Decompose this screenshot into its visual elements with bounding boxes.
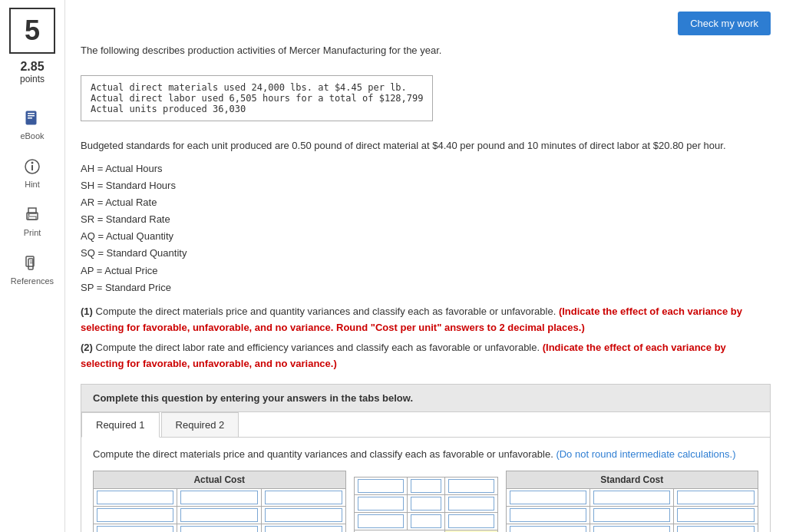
standard-cost-header: Standard Cost	[506, 471, 758, 489]
complete-bar: Complete this question by entering your …	[81, 385, 770, 412]
print-label: Print	[24, 228, 41, 237]
sidebar-item-ebook[interactable]: eBook	[0, 100, 64, 148]
sidebar-item-print[interactable]: Print	[0, 197, 64, 245]
hint-icon	[21, 156, 43, 177]
mid-r2-c2[interactable]	[411, 497, 441, 511]
print-icon	[21, 204, 43, 226]
middle-header-1	[354, 471, 407, 477]
sidebar-item-hint[interactable]: Hint	[0, 148, 64, 197]
question-container: Complete this question by entering your …	[81, 384, 771, 532]
hint-label: Hint	[25, 180, 40, 189]
question-number: 5	[9, 8, 55, 54]
mid-r1-c2[interactable]	[411, 479, 441, 493]
std-row-3	[506, 524, 758, 532]
middle-table	[354, 471, 498, 532]
actual-r2-c2[interactable]	[180, 508, 257, 522]
std-r1-c2[interactable]	[593, 491, 670, 504]
actual-cost-table: Actual Cost	[93, 471, 346, 532]
sidebar-item-references[interactable]: References	[0, 245, 64, 293]
references-icon	[21, 253, 43, 274]
ebook-label: eBook	[20, 131, 44, 140]
standard-cost-section: Standard Cost	[506, 471, 759, 532]
tabs-bar: Required 1 Required 2	[81, 412, 770, 438]
check-my-work-button[interactable]: Check my work	[678, 12, 771, 35]
abbrev-sq: SQ = Standard Quantity	[81, 245, 771, 262]
actual-r3-c3[interactable]	[265, 526, 342, 532]
instruction-2: (2) Compute the direct labor rate and ef…	[81, 340, 771, 372]
svg-point-5	[31, 162, 34, 164]
actual-r1-c3[interactable]	[265, 491, 342, 504]
info-line-1: Actual direct materials used 24,000 lbs.…	[91, 82, 423, 93]
actual-r3-c2[interactable]	[180, 526, 257, 532]
tab-required1[interactable]: Required 1	[81, 412, 160, 438]
abbrev-sp: SP = Standard Price	[81, 279, 771, 296]
problem-intro: The following describes production activ…	[81, 43, 771, 58]
points-display: 2.85 points	[20, 60, 45, 84]
middle-header-3	[444, 471, 497, 477]
abbreviations: AH = Actual Hours SH = Standard Hours AR…	[81, 160, 771, 296]
mid-r1-c1[interactable]	[358, 479, 404, 493]
std-r2-c2[interactable]	[593, 508, 670, 522]
actual-row-1	[94, 489, 346, 507]
middle-row-1	[354, 477, 497, 495]
actual-row-2	[94, 507, 346, 524]
book-icon	[21, 107, 43, 129]
info-box: Actual direct materials used 24,000 lbs.…	[81, 75, 433, 121]
main-content: Check my work The following describes pr…	[65, 0, 786, 532]
middle-header-2	[407, 471, 444, 477]
actual-r1-c1[interactable]	[97, 491, 173, 504]
svg-rect-3	[28, 117, 32, 119]
mid-r1-c3[interactable]	[448, 479, 494, 493]
info-line-2: Actual direct labor used 6,505 hours for…	[91, 93, 423, 104]
svg-rect-12	[28, 259, 33, 269]
svg-rect-1	[28, 113, 35, 114]
middle-row-2	[354, 495, 497, 513]
actual-r2-c1[interactable]	[97, 508, 173, 522]
abbrev-aq: AQ = Actual Quantity	[81, 228, 771, 245]
info-line-3: Actual units produced 36,030	[91, 104, 423, 114]
actual-r3-c1[interactable]	[97, 526, 173, 532]
actual-r2-c3[interactable]	[265, 508, 342, 522]
mid-r3-c3[interactable]	[448, 514, 494, 528]
tables-row: Actual Cost	[93, 471, 758, 532]
actual-r1-c2[interactable]	[180, 491, 257, 504]
std-r3-c1[interactable]	[510, 526, 586, 532]
abbrev-sr: SR = Standard Rate	[81, 211, 771, 228]
instruction-1: (1) Compute the direct materials price a…	[81, 304, 771, 336]
std-r2-c3[interactable]	[677, 508, 755, 522]
instructions: (1) Compute the direct materials price a…	[81, 304, 771, 372]
std-r3-c3[interactable]	[677, 526, 755, 532]
std-r3-c2[interactable]	[593, 526, 670, 532]
svg-point-10	[28, 214, 30, 216]
budgeted-text: Budgeted standards for each unit produce…	[81, 138, 771, 154]
actual-cost-header: Actual Cost	[94, 471, 346, 489]
mid-r3-c1[interactable]	[358, 514, 404, 528]
actual-row-3	[94, 524, 346, 532]
top-bar: Check my work	[81, 12, 771, 35]
tab-required2[interactable]: Required 2	[161, 412, 239, 437]
svg-rect-2	[28, 115, 35, 117]
tab1-content: Compute the direct materials price and q…	[81, 438, 770, 532]
tab-description: Compute the direct materials price and q…	[93, 447, 758, 462]
abbrev-ah: AH = Actual Hours	[81, 160, 771, 177]
middle-section	[354, 471, 498, 532]
actual-cost-section: Actual Cost	[93, 471, 346, 532]
sidebar: 5 2.85 points eBook	[0, 0, 65, 532]
middle-row-3	[354, 513, 497, 530]
std-r1-c3[interactable]	[677, 491, 755, 504]
references-label: References	[11, 276, 54, 286]
standard-cost-table: Standard Cost	[506, 471, 759, 532]
std-row-2	[506, 507, 758, 524]
abbrev-sh: SH = Standard Hours	[81, 177, 771, 194]
std-row-1	[506, 489, 758, 507]
std-r1-c1[interactable]	[510, 491, 586, 504]
mid-r3-c2[interactable]	[411, 514, 441, 528]
std-r2-c1[interactable]	[510, 508, 586, 522]
mid-r2-c3[interactable]	[448, 497, 494, 511]
abbrev-ap: AP = Actual Price	[81, 263, 771, 279]
abbrev-ar: AR = Actual Rate	[81, 194, 771, 211]
mid-r2-c1[interactable]	[358, 497, 404, 511]
